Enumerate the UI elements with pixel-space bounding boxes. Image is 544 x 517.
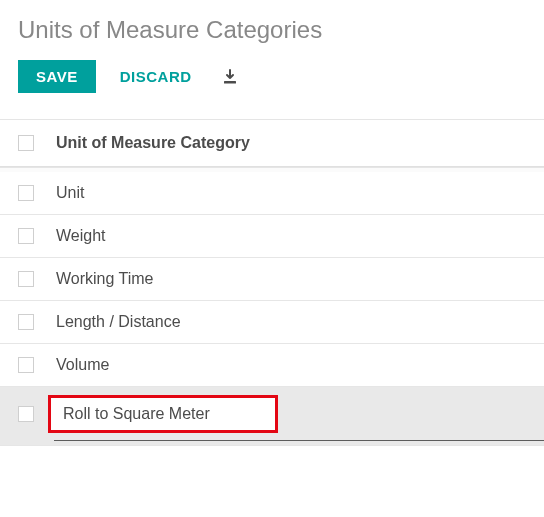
row-checkbox[interactable] (18, 185, 34, 201)
export-button[interactable] (216, 63, 244, 91)
table-row[interactable]: Weight (0, 215, 544, 258)
row-label: Volume (56, 356, 109, 374)
table-row-editing[interactable] (0, 387, 544, 446)
row-checkbox[interactable] (18, 406, 34, 422)
category-name-input-wrap (48, 395, 278, 433)
table-row[interactable]: Working Time (0, 258, 544, 301)
row-label: Length / Distance (56, 313, 181, 331)
download-icon (222, 69, 238, 85)
header: Units of Measure Categories SAVE DISCARD (0, 0, 544, 105)
category-name-input[interactable] (61, 404, 265, 424)
table-row[interactable]: Length / Distance (0, 301, 544, 344)
column-header-name: Unit of Measure Category (56, 134, 250, 152)
discard-button[interactable]: DISCARD (116, 60, 196, 93)
category-table: Unit of Measure Category Unit Weight Wor… (0, 120, 544, 446)
row-checkbox[interactable] (18, 357, 34, 373)
table-body: Unit Weight Working Time Length / Distan… (0, 167, 544, 446)
table-row[interactable]: Unit (0, 172, 544, 215)
row-underline (54, 440, 544, 441)
svg-rect-0 (224, 81, 236, 84)
row-label: Unit (56, 184, 84, 202)
save-button[interactable]: SAVE (18, 60, 96, 93)
row-label: Working Time (56, 270, 154, 288)
row-checkbox[interactable] (18, 228, 34, 244)
row-checkbox[interactable] (18, 314, 34, 330)
toolbar: SAVE DISCARD (18, 60, 526, 93)
table-row[interactable]: Volume (0, 344, 544, 387)
table-header: Unit of Measure Category (0, 120, 544, 167)
row-checkbox[interactable] (18, 271, 34, 287)
select-all-checkbox[interactable] (18, 135, 34, 151)
row-label: Weight (56, 227, 106, 245)
page-title: Units of Measure Categories (18, 16, 526, 44)
